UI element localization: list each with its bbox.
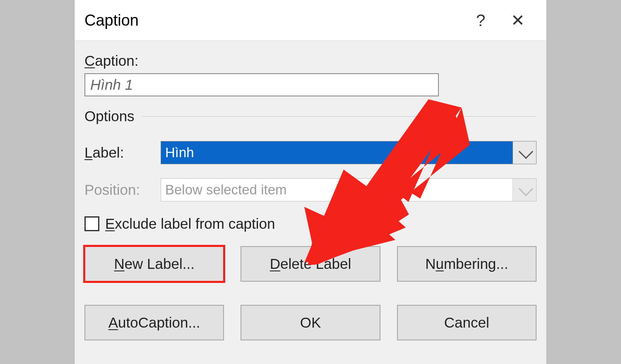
caption-input[interactable]: Hình 1 — [84, 73, 439, 96]
close-button[interactable]: ✕ — [499, 0, 537, 41]
label-dropdown-button[interactable] — [513, 141, 536, 164]
ok-button[interactable]: OK — [241, 305, 380, 340]
numbering-button[interactable]: Numbering... — [397, 246, 537, 282]
dialog-content: Caption: Hình 1 Options Label: Hình Posi… — [75, 41, 546, 340]
help-icon: ? — [476, 11, 485, 30]
titlebar: Caption ? ✕ — [75, 0, 546, 41]
chevron-down-icon — [518, 144, 533, 158]
position-dropdown-button — [513, 179, 536, 201]
exclude-checkbox-row[interactable]: Exclude label from caption — [84, 216, 537, 232]
caption-value: Hình 1 — [90, 77, 133, 93]
label-selected: Hình — [161, 141, 513, 164]
caption-label: Caption: — [84, 53, 537, 69]
exclude-label: Exclude label from caption — [105, 216, 275, 232]
delete-label-button[interactable]: Delete Label — [241, 246, 380, 282]
cancel-button[interactable]: Cancel — [397, 305, 537, 340]
label-label: Label: — [84, 144, 161, 161]
dialog-title: Caption — [84, 12, 139, 29]
chevron-down-icon — [518, 181, 533, 196]
caption-dialog: Caption ? ✕ Caption: Hình 1 Options Labe… — [75, 0, 546, 364]
close-icon: ✕ — [511, 11, 525, 30]
new-label-button[interactable]: New Label... — [84, 246, 224, 282]
position-value: Below selected item — [161, 179, 513, 201]
autocaption-button[interactable]: AutoCaption... — [84, 305, 224, 340]
options-heading: Options — [84, 108, 537, 125]
position-label: Position: — [84, 182, 161, 198]
position-combobox: Below selected item — [161, 178, 537, 201]
label-combobox[interactable]: Hình — [161, 141, 537, 164]
exclude-checkbox[interactable] — [84, 216, 99, 231]
help-button[interactable]: ? — [462, 0, 499, 41]
